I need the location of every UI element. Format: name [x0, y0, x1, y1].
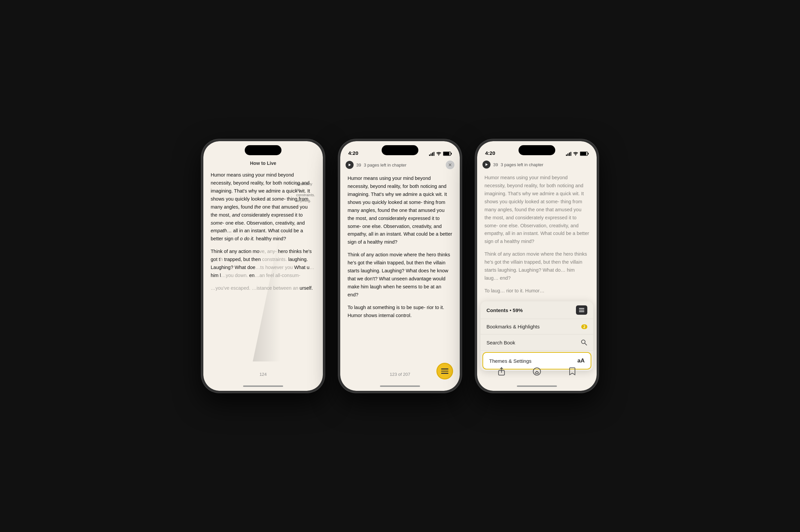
svg-rect-18: [579, 308, 584, 309]
chapter-info-3: 3 pages left in chapter: [501, 162, 543, 167]
home-indicator-2: [340, 381, 460, 391]
share-icon: [498, 367, 505, 376]
status-time-3: 4:20: [485, 150, 495, 156]
menu-lines-icon: [441, 368, 448, 374]
chapter-info-2: 3 pages left in chapter: [364, 163, 406, 168]
play-icon-3: [484, 163, 488, 167]
phone-3: 4:20: [475, 139, 599, 393]
svg-rect-6: [443, 152, 449, 155]
chapter-left-3: 39 3 pages left in chapter: [482, 160, 543, 169]
bookmarks-menu-item[interactable]: Bookmarks & Highlights 2: [481, 319, 593, 335]
paragraph-3-3: To laug… rior to it. Humor…: [484, 287, 589, 295]
svg-rect-10: [568, 153, 569, 156]
chapter-dot-2: [346, 161, 354, 169]
dynamic-island-2: [382, 145, 418, 155]
svg-rect-12: [571, 152, 572, 156]
phone-screen-3: 4:20: [477, 141, 597, 391]
airplay-icon: [533, 367, 541, 376]
status-icons-2: [429, 152, 452, 156]
wifi-icon-3: [573, 152, 578, 156]
phone-2: 4:20: [338, 139, 462, 393]
svg-rect-3: [434, 152, 435, 156]
page-footer-1: 124: [203, 367, 323, 381]
svg-rect-0: [429, 154, 430, 156]
svg-point-4: [439, 154, 439, 155]
contents-title: Contents • 59%: [486, 307, 523, 313]
search-icon: [581, 339, 587, 346]
svg-rect-20: [579, 311, 584, 312]
home-bar-2: [380, 385, 420, 387]
battery-label-2: [443, 152, 452, 156]
phone-screen-1: How to Live Humor means using your mind …: [203, 141, 323, 391]
bottom-toolbar: [477, 361, 597, 381]
wifi-icon-2: [436, 152, 441, 156]
airplay-button[interactable]: [529, 364, 544, 379]
bookmarks-count: 2: [581, 324, 587, 329]
svg-line-22: [585, 343, 587, 345]
home-indicator-3: [477, 381, 597, 391]
chapter-bar-3: 39 3 pages left in chapter: [477, 158, 597, 171]
dynamic-island-3: [519, 145, 555, 155]
dynamic-island-1: [245, 145, 281, 155]
svg-rect-1: [431, 153, 432, 156]
page-number-1: 124: [259, 372, 267, 377]
menu-line-3: [441, 373, 448, 374]
chapter-bar-2: 39 3 pages left in chapter ✕: [340, 158, 460, 171]
share-button[interactable]: [494, 364, 509, 379]
page-indicator-2: 123 of 207: [390, 372, 410, 377]
paragraph-3-1: Humor means using your mind beyond neces…: [484, 174, 589, 246]
svg-rect-16: [588, 153, 589, 154]
signal-icon-3: [566, 152, 571, 156]
chapter-number-2: 39: [356, 163, 361, 168]
status-icons-3: [566, 152, 589, 156]
svg-marker-8: [349, 164, 351, 166]
paragraph-2-2: Think of any action movie where the hero…: [348, 251, 452, 299]
page-curl-text: autonomyge.constraints.anything.: [295, 177, 323, 207]
chapter-number-3: 39: [493, 162, 498, 167]
battery-icon-3: [580, 152, 589, 156]
list-view-button[interactable]: [576, 305, 587, 315]
play-icon-2: [348, 163, 352, 167]
signal-icon-2: [429, 152, 434, 156]
menu-line-2: [441, 371, 448, 372]
menu-button-2[interactable]: [436, 363, 453, 379]
svg-rect-15: [580, 152, 586, 155]
chapter-close-2[interactable]: ✕: [446, 160, 454, 169]
bookmark-button[interactable]: [565, 364, 580, 379]
svg-rect-11: [569, 153, 570, 156]
bookmark-icon: [569, 367, 576, 376]
context-menu: Contents • 59% Bookmarks & Highlights 2 …: [481, 301, 593, 371]
bookmarks-label: Bookmarks & Highlights: [486, 324, 540, 329]
contents-header[interactable]: Contents • 59%: [481, 301, 593, 319]
svg-rect-7: [451, 153, 452, 154]
svg-point-13: [575, 154, 576, 155]
svg-rect-2: [432, 153, 433, 156]
phone-1: How to Live Humor means using your mind …: [201, 139, 325, 393]
chapter-left-2: 39 3 pages left in chapter: [346, 161, 406, 169]
chapter-dot-3: [482, 160, 490, 169]
svg-rect-19: [579, 310, 584, 310]
status-time-2: 4:20: [348, 150, 358, 156]
search-label: Search Book: [486, 340, 515, 345]
menu-line-1: [441, 368, 448, 369]
home-indicator-1: [203, 381, 323, 391]
paragraph-3-2: Think of any action movie where the hero…: [484, 250, 589, 282]
svg-marker-17: [485, 163, 488, 166]
phone-screen-2: 4:20: [340, 141, 460, 391]
list-lines-icon: [579, 308, 584, 312]
paragraph-2-3: To laugh at something is to be supe- rio…: [348, 304, 452, 320]
paragraph-2-1: Humor means using your mind beyond neces…: [348, 174, 452, 246]
page-footer-2: 123 of 207: [340, 367, 460, 381]
book-text-2: Humor means using your mind beyond neces…: [340, 171, 460, 367]
battery-icon-2: [443, 152, 452, 156]
search-menu-item[interactable]: Search Book: [481, 335, 593, 351]
home-bar-3: [517, 385, 557, 387]
svg-rect-9: [566, 154, 567, 156]
home-bar-1: [243, 385, 283, 387]
